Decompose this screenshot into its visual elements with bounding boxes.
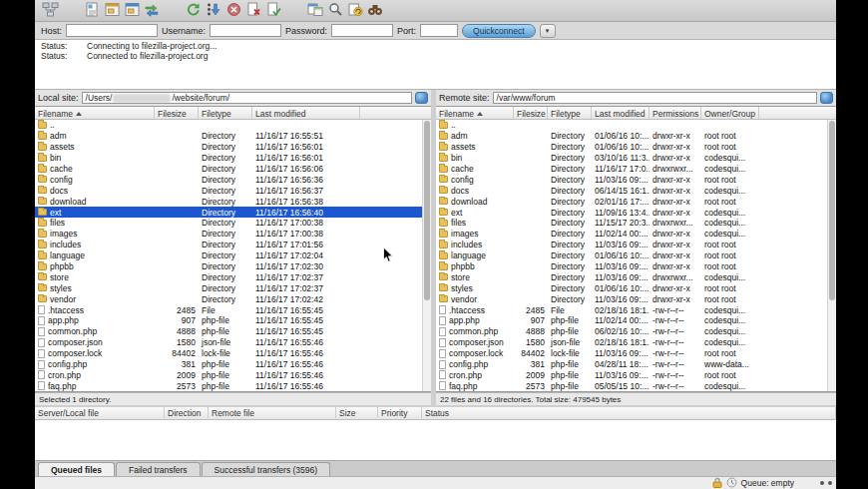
file-row[interactable]: config.php381php-file11/16/17 16:55:46 [35,359,422,370]
remote-bookmark-icon[interactable] [820,92,833,104]
file-row[interactable]: composer.json1580json-file02/18/16 18:1.… [436,337,827,348]
file-row[interactable]: binDirectory11/16/17 16:56:01 [35,153,422,164]
column-header-filename[interactable]: Filename [436,107,514,119]
local-scrollbar[interactable] [422,120,431,391]
file-row[interactable]: imagesDirectory11/16/17 17:00:38 [35,229,422,240]
tab-successful-transfers-3596-[interactable]: Successful transfers (3596) [202,462,330,476]
file-row[interactable]: docsDirectory11/16/17 16:56:37 [35,185,422,196]
file-row[interactable]: cron.php2009php-file11/16/17 16:55:46 [35,369,422,380]
port-input[interactable] [420,24,458,37]
file-row[interactable]: extDirectory11/09/16 13:4...drwxr-xr-xco… [436,207,827,218]
file-row[interactable]: cacheDirectory11/16/17 17:0...drwxrwxr..… [436,164,827,175]
remote-path-input[interactable]: /var/www/forum [493,92,817,104]
column-header-filesize[interactable]: Filesize [514,107,548,119]
file-row[interactable]: faq.php2573php-file05/05/15 10:...-rw-r-… [436,380,827,391]
column-header-server-local-file[interactable]: Server/Local file [35,407,165,418]
file-row[interactable]: composer.lock84402lock-file11/03/16 09:.… [436,348,827,359]
column-header-remote-file[interactable]: Remote file [209,407,336,418]
column-header-size[interactable]: Size [336,407,378,418]
file-row[interactable]: languageDirectory11/16/17 17:02:04 [35,250,422,261]
column-header-direction[interactable]: Direction [165,407,209,418]
file-row[interactable]: vendorDirectory11/16/17 17:02:42 [35,293,422,304]
file-row[interactable]: common.php4888php-file11/16/17 16:55:45 [35,326,422,337]
reconnect-button[interactable] [263,1,283,20]
column-header-filename[interactable]: Filename [35,107,155,119]
column-header-filetype[interactable]: Filetype [199,107,252,119]
file-row[interactable]: filesDirectory11/16/17 17:00:38 [35,218,422,229]
file-row[interactable]: vendorDirectory11/03/16 09:...drwxr-xr-x… [436,293,827,304]
file-row[interactable]: stylesDirectory11/16/17 17:02:37 [35,282,422,293]
file-row[interactable]: stylesDirectory01/06/16 10:...drwxr-xr-x… [436,282,827,293]
remote-scrollbar-thumb[interactable] [829,121,835,300]
file-row[interactable]: admDirectory11/16/17 16:55:51 [35,131,422,142]
password-input[interactable] [331,24,393,37]
refresh-button[interactable] [184,1,204,20]
file-row[interactable]: storeDirectory11/03/16 09:...drwxrwxr...… [436,271,827,282]
quickconnect-button[interactable]: Quickconnect [462,24,536,38]
cancel-button[interactable] [223,1,243,20]
file-row[interactable]: extDirectory11/16/17 16:56:40 [35,207,422,218]
column-header-priority[interactable]: Priority [378,407,422,418]
file-row[interactable]: faq.php2573php-file11/16/17 16:55:46 [35,380,422,391]
column-header-last-modified[interactable]: Last modified [252,107,360,119]
file-row[interactable]: imagesDirectory11/02/14 00:...drwxr-xr-x… [436,229,827,240]
file-row[interactable]: composer.lock84402lock-file11/16/17 16:5… [35,348,422,359]
file-row[interactable]: composer.json1580json-file11/16/17 16:55… [35,337,422,348]
quickconnect-dropdown-button[interactable]: ▼ [540,24,556,38]
local-path-input[interactable]: /Users/ /website/forum/ [82,92,412,104]
file-row[interactable]: .. [35,120,422,131]
filename-filters-button[interactable] [325,1,345,20]
file-row[interactable]: cacheDirectory11/16/17 16:56:06 [35,164,422,175]
file-row[interactable]: .. [436,120,827,131]
file-row[interactable]: languageDirectory01/06/16 10:...drwxr-xr… [436,250,827,261]
file-row[interactable]: docsDirectory06/14/15 16:1...drwxr-xr-xc… [436,185,827,196]
directory-compare-button[interactable] [305,1,325,20]
file-row[interactable]: phpbbDirectory11/16/17 17:02:30 [35,261,422,272]
tab-failed-transfers[interactable]: Failed transfers [116,462,201,476]
find-files-button[interactable] [365,1,385,20]
file-row[interactable]: cron.php2009php-file11/03/16 09:...-rw-r… [436,369,827,380]
toggle-local-tree-button[interactable] [102,1,122,20]
file-row[interactable]: assetsDirectory01/06/16 10:...drwxr-xr-x… [436,142,827,153]
column-header-status[interactable]: Status [422,407,836,418]
cell-name: .. [35,120,155,130]
process-queue-button[interactable] [204,1,223,20]
cell-name: faq.php [436,381,514,391]
username-input[interactable] [210,24,281,37]
column-header-last-modified[interactable]: Last modified [592,107,650,119]
file-row[interactable]: .htaccess2485File11/16/17 16:55:45 [35,304,422,315]
toggle-log-button[interactable] [82,1,102,20]
tab-queued-files[interactable]: Queued files [38,462,115,476]
file-row[interactable]: config.php381php-file04/28/11 18:...-rw-… [436,359,827,370]
file-row[interactable]: includesDirectory11/16/17 17:01:56 [35,240,422,250]
file-row[interactable]: admDirectory01/06/16 10:...drwxr-xr-xroo… [436,131,827,142]
column-header-permissions[interactable]: Permissions [650,107,701,119]
host-input[interactable] [66,24,158,37]
toggle-remote-tree-button[interactable] [122,1,142,20]
remote-scrollbar[interactable] [827,120,836,391]
column-header-label: Filename [439,109,474,119]
file-row[interactable]: .htaccess2485File02/18/16 18:1...-rw-r--… [436,304,827,315]
file-row[interactable]: configDirectory11/16/17 16:56:36 [35,174,422,185]
file-row[interactable]: includesDirectory11/03/16 09:...drwxr-xr… [436,240,827,250]
file-row[interactable]: configDirectory11/03/16 09:...drwxr-xr-x… [436,174,827,185]
disconnect-button[interactable] [243,1,263,20]
column-header-filesize[interactable]: Filesize [155,107,199,119]
synchronized-browsing-button[interactable] [345,1,365,20]
file-row[interactable]: binDirectory03/10/16 11:3...drwxr-xr-xco… [436,153,827,164]
file-row[interactable]: app.php907php-file11/16/17 16:55:45 [35,315,422,326]
file-row[interactable]: app.php907php-file11/02/14 00:...-rw-r--… [436,315,827,326]
toggle-queue-button[interactable] [142,1,162,20]
file-row[interactable]: phpbbDirectory11/03/16 09:...drwxr-xr-xr… [436,261,827,272]
site-manager-button[interactable] [40,1,60,20]
file-row[interactable]: filesDirectory11/15/17 20:3...drwxrwxr..… [436,218,827,229]
file-row[interactable]: storeDirectory11/16/17 17:02:37 [35,271,422,282]
file-row[interactable]: downloadDirectory02/01/16 17:...drwxr-xr… [436,196,827,207]
file-row[interactable]: common.php4888php-file06/02/16 10:...-rw… [436,326,827,337]
file-row[interactable]: downloadDirectory11/16/17 16:56:38 [35,196,422,207]
column-header-owner-group[interactable]: Owner/Group [701,107,759,119]
local-scrollbar-thumb[interactable] [424,121,430,300]
column-header-filetype[interactable]: Filetype [548,107,592,119]
file-row[interactable]: assetsDirectory11/16/17 16:56:01 [35,142,422,153]
local-bookmark-icon[interactable] [415,92,428,104]
